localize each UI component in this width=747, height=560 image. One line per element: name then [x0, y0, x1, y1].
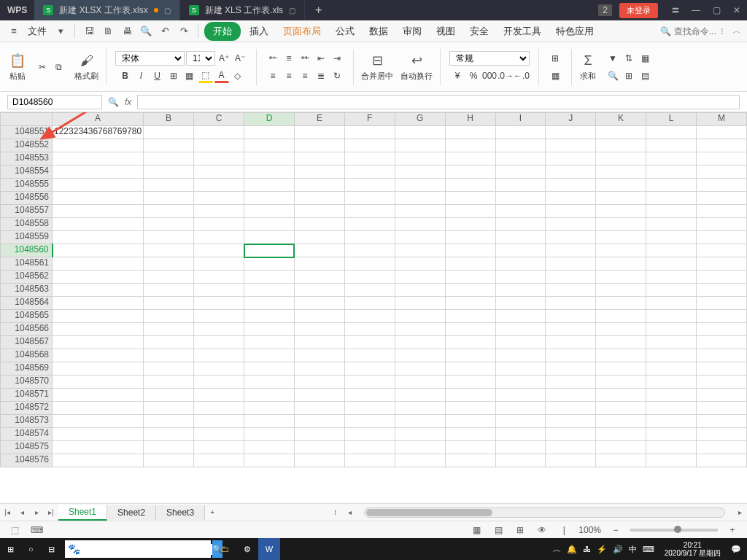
- cell[interactable]: [395, 284, 445, 297]
- cell[interactable]: [395, 257, 445, 271]
- cell[interactable]: [495, 323, 546, 336]
- align-left-icon[interactable]: ≡: [266, 69, 280, 83]
- column-header[interactable]: H: [445, 113, 495, 126]
- cell[interactable]: [53, 428, 144, 441]
- cell[interactable]: [294, 218, 344, 231]
- column-header[interactable]: L: [646, 113, 697, 126]
- cell[interactable]: [445, 323, 495, 336]
- cell[interactable]: [546, 454, 596, 467]
- cell[interactable]: [395, 205, 445, 218]
- justify-icon[interactable]: ≣: [314, 69, 328, 83]
- cell[interactable]: [696, 336, 746, 349]
- cell[interactable]: [194, 402, 244, 415]
- cell[interactable]: [244, 310, 295, 323]
- cell[interactable]: [395, 428, 445, 441]
- search-input[interactable]: [674, 26, 718, 36]
- cell[interactable]: [144, 310, 194, 323]
- cell[interactable]: [546, 441, 596, 454]
- column-header[interactable]: E: [294, 113, 344, 126]
- column-header[interactable]: G: [395, 113, 445, 126]
- last-sheet-icon[interactable]: ▸|: [44, 505, 58, 520]
- align-bottom-icon[interactable]: ⬵: [298, 51, 312, 66]
- cell[interactable]: [596, 415, 646, 428]
- cell[interactable]: [646, 415, 697, 428]
- row-header[interactable]: 1048552: [1, 139, 53, 152]
- cell[interactable]: [244, 192, 295, 205]
- cell[interactable]: [144, 126, 194, 139]
- cell[interactable]: [696, 244, 746, 257]
- cell[interactable]: [344, 284, 395, 297]
- cell[interactable]: [646, 284, 697, 297]
- currency-icon[interactable]: ¥: [450, 69, 465, 83]
- cell[interactable]: 122323436768769780: [53, 126, 144, 139]
- underline-icon[interactable]: U: [150, 69, 165, 83]
- cell[interactable]: [344, 336, 395, 349]
- page-layout-view-icon[interactable]: ▤: [491, 524, 506, 536]
- cell[interactable]: [646, 310, 697, 323]
- font-select[interactable]: 宋体: [115, 51, 185, 66]
- cell[interactable]: [495, 218, 546, 231]
- cell[interactable]: [294, 126, 344, 139]
- menu-formula[interactable]: 公式: [330, 22, 360, 41]
- cell[interactable]: [546, 231, 596, 244]
- zoom-out-icon[interactable]: −: [608, 524, 623, 536]
- cell[interactable]: [344, 257, 395, 271]
- cell[interactable]: [646, 257, 697, 271]
- cell[interactable]: [53, 349, 144, 362]
- sort-icon[interactable]: ⇅: [622, 51, 636, 66]
- spreadsheet-grid[interactable]: ABCDEFGHIJKLM104855112232343676876978010…: [0, 112, 747, 503]
- cell[interactable]: [596, 402, 646, 415]
- name-box[interactable]: [7, 95, 102, 109]
- row-header[interactable]: 1048560: [1, 244, 53, 257]
- cell[interactable]: [53, 205, 144, 218]
- document-tab[interactable]: S 新建 XLSX 工作表.xlsx ▢: [34, 0, 179, 20]
- find-icon[interactable]: 🔍: [605, 69, 620, 83]
- ime-icon[interactable]: 中: [629, 544, 637, 555]
- cell[interactable]: [495, 376, 546, 389]
- cell[interactable]: [194, 166, 244, 179]
- redo-icon[interactable]: ↷: [176, 23, 192, 39]
- column-header[interactable]: I: [495, 113, 546, 126]
- cell[interactable]: [294, 402, 344, 415]
- cell[interactable]: [244, 336, 295, 349]
- cell[interactable]: [53, 323, 144, 336]
- cell[interactable]: [194, 152, 244, 166]
- volume-icon[interactable]: 🔊: [613, 545, 623, 554]
- cortana-icon[interactable]: ○: [21, 538, 41, 560]
- cell[interactable]: [696, 323, 746, 336]
- cell[interactable]: [546, 297, 596, 310]
- cell[interactable]: [53, 192, 144, 205]
- cell[interactable]: [194, 179, 244, 192]
- cell[interactable]: [646, 205, 697, 218]
- cell[interactable]: [344, 166, 395, 179]
- cell[interactable]: [696, 205, 746, 218]
- cell[interactable]: [646, 244, 697, 257]
- cell[interactable]: [344, 428, 395, 441]
- undo-icon[interactable]: ↶: [157, 23, 173, 39]
- cell[interactable]: [194, 428, 244, 441]
- format-painter-button[interactable]: 🖌 格式刷: [71, 49, 101, 85]
- conditional-format-icon[interactable]: ⊞: [548, 51, 562, 66]
- cell[interactable]: [696, 271, 746, 284]
- cell[interactable]: [495, 244, 546, 257]
- zoom-reset-icon[interactable]: 🔍: [108, 97, 119, 107]
- cell[interactable]: [294, 310, 344, 323]
- cell[interactable]: [194, 192, 244, 205]
- print-icon[interactable]: 🖶: [119, 23, 135, 39]
- row-header[interactable]: 1048571: [1, 389, 53, 402]
- row-header[interactable]: 1048569: [1, 362, 53, 376]
- cell[interactable]: [495, 152, 546, 166]
- column-header[interactable]: M: [696, 113, 746, 126]
- cell[interactable]: [144, 139, 194, 152]
- cell[interactable]: [596, 297, 646, 310]
- cell[interactable]: [53, 415, 144, 428]
- cell[interactable]: [194, 441, 244, 454]
- cell[interactable]: [495, 205, 546, 218]
- cell[interactable]: [495, 402, 546, 415]
- cell[interactable]: [144, 271, 194, 284]
- row-header[interactable]: 1048555: [1, 179, 53, 192]
- cell[interactable]: [144, 179, 194, 192]
- cell[interactable]: [294, 139, 344, 152]
- cell[interactable]: [294, 179, 344, 192]
- cell[interactable]: [344, 192, 395, 205]
